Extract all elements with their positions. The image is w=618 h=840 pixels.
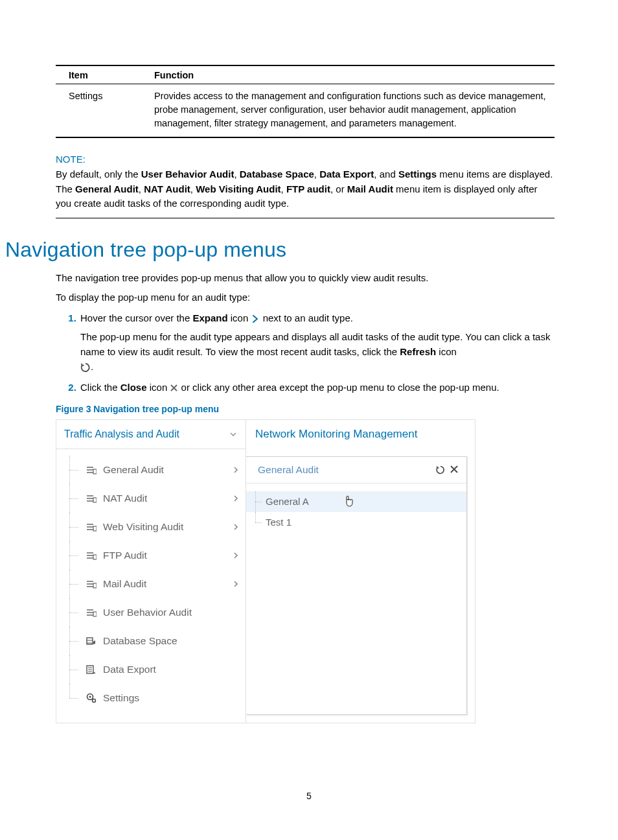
figure-caption: Figure 3 Navigation tree pop-up menu <box>56 404 555 414</box>
step-1: Hover the cursor over the Expand icon ne… <box>79 310 555 375</box>
svg-rect-4 <box>93 583 97 588</box>
chevron-right-icon[interactable] <box>233 552 239 559</box>
popup-section-header: Network Monitoring Management <box>246 420 475 449</box>
cursor-pointer-icon <box>342 495 355 509</box>
intro-text-2: To display the pop-up menu for an audit … <box>56 290 555 305</box>
svg-point-10 <box>93 699 96 702</box>
tree-item-settings[interactable]: Settings <box>56 684 246 712</box>
svg-rect-0 <box>93 469 97 474</box>
audit-icon <box>85 465 98 475</box>
intro-text-1: The navigation tree provides pop-up menu… <box>56 271 555 286</box>
tree-item-ftp-audit[interactable]: FTP Audit <box>56 541 246 570</box>
tree-item-label: Database Space <box>103 635 177 647</box>
chevron-down-icon[interactable] <box>229 430 238 439</box>
page-number: 5 <box>0 791 618 801</box>
nav-tree-header[interactable]: Traffic Analysis and Audit <box>56 420 246 449</box>
chevron-right-icon[interactable] <box>233 523 239 531</box>
section-heading: Navigation tree pop-up menus <box>5 238 555 262</box>
tree-item-label: Data Export <box>103 664 156 675</box>
nav-tree: General Audit NAT Audit Web Visiting Aud… <box>56 449 246 723</box>
popup-item-label: General A <box>266 496 309 507</box>
export-icon <box>85 664 98 675</box>
expand-icon <box>251 314 260 323</box>
nav-tree-title: Traffic Analysis and Audit <box>64 428 179 440</box>
table-cell-function: Provides access to the management and co… <box>150 84 555 138</box>
tree-item-label: General Audit <box>103 464 164 476</box>
popup-pane: Network Monitoring Management General Au… <box>246 420 475 723</box>
figure-screenshot: Traffic Analysis and Audit General Audit <box>56 419 475 723</box>
audit-icon <box>85 493 98 504</box>
tree-item-data-export[interactable]: Data Export <box>56 655 246 684</box>
table-header-item: Item <box>56 65 150 84</box>
chevron-right-icon[interactable] <box>233 495 239 502</box>
svg-rect-1 <box>93 498 97 502</box>
popup-item[interactable]: Test 1 <box>246 512 466 533</box>
refresh-icon <box>80 362 91 373</box>
steps-list: Hover the cursor over the Expand icon ne… <box>56 310 555 395</box>
close-icon <box>170 384 178 392</box>
tree-item-label: NAT Audit <box>103 493 147 504</box>
tree-item-user-behavior-audit[interactable]: User Behavior Audit <box>56 598 246 627</box>
gear-icon <box>85 693 98 703</box>
table-row: Settings Provides access to the manageme… <box>56 84 555 138</box>
tree-item-nat-audit[interactable]: NAT Audit <box>56 484 246 513</box>
refresh-icon[interactable] <box>435 465 446 475</box>
audit-icon <box>85 550 98 561</box>
note-label: NOTE: <box>56 154 555 165</box>
popup-item[interactable]: General A <box>246 491 466 512</box>
tree-item-mail-audit[interactable]: Mail Audit <box>56 570 246 598</box>
audit-icon <box>85 522 98 532</box>
tree-item-web-visiting-audit[interactable]: Web Visiting Audit <box>56 513 246 541</box>
popup-panel: General Audit General A <box>246 456 467 715</box>
svg-rect-5 <box>93 612 97 616</box>
audit-icon <box>85 607 98 618</box>
step-2: Click the Close icon or click any other … <box>79 380 555 395</box>
popup-panel-title: General Audit <box>258 464 319 476</box>
popup-item-label: Test 1 <box>266 517 292 528</box>
tree-item-general-audit[interactable]: General Audit <box>56 456 246 484</box>
popup-panel-header: General Audit <box>246 457 466 484</box>
close-icon[interactable] <box>450 465 459 475</box>
nav-tree-pane: Traffic Analysis and Audit General Audit <box>56 420 246 723</box>
tree-item-label: User Behavior Audit <box>103 607 192 618</box>
svg-point-9 <box>89 695 91 697</box>
note-body: By default, only the User Behavior Audit… <box>56 167 555 218</box>
tree-item-label: Settings <box>103 692 139 704</box>
svg-rect-3 <box>93 555 97 559</box>
chevron-right-icon[interactable] <box>233 466 239 474</box>
tree-item-database-space[interactable]: Database Space <box>56 627 246 655</box>
tree-item-label: Web Visiting Audit <box>103 521 183 533</box>
audit-icon <box>85 579 98 589</box>
tree-item-label: Mail Audit <box>103 578 146 590</box>
database-icon <box>85 636 98 646</box>
svg-rect-2 <box>93 526 97 531</box>
chevron-right-icon[interactable] <box>233 580 239 588</box>
tree-item-label: FTP Audit <box>103 550 147 561</box>
function-table: Item Function Settings Provides access t… <box>56 65 555 138</box>
table-cell-item: Settings <box>56 84 150 138</box>
table-header-function: Function <box>150 65 555 84</box>
